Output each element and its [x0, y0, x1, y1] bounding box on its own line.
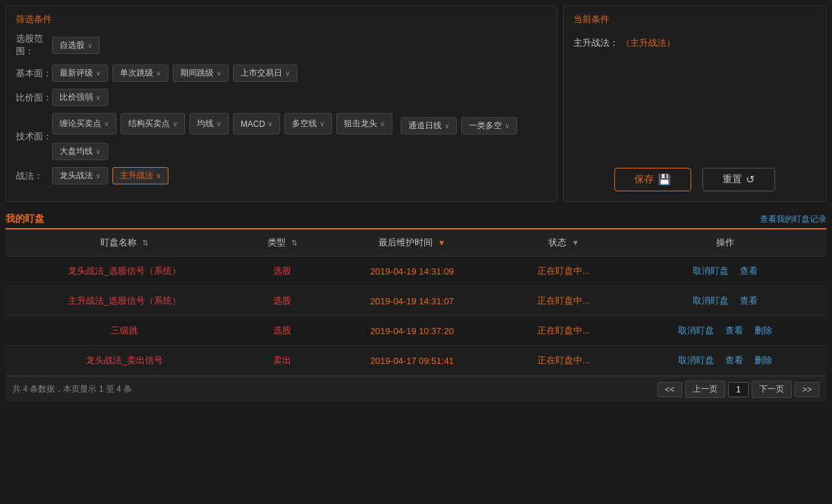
cell-dingpan-name: 龙头战法_卖出信号 [6, 346, 243, 376]
reset-button[interactable]: 重置 ↺ [702, 168, 775, 191]
th-name-label: 盯盘名称 [101, 237, 137, 247]
table-body: 龙头战法_选股信号（系统）选股2019-04-19 14:31:09正在盯盘中.… [6, 257, 826, 376]
tag-price-strength[interactable]: 比价强弱 ∨ [52, 89, 108, 106]
tag-structure-buysell[interactable]: 结构买卖点 ∨ [121, 113, 185, 134]
action-link[interactable]: 查看 [725, 324, 743, 337]
th-time-label: 最后维护时间 [379, 237, 433, 247]
action-link[interactable]: 查看 [725, 354, 743, 367]
tag-listing-day[interactable]: 上市交易日 ∨ [233, 64, 297, 82]
tag-ma[interactable]: 均线 ∨ [189, 113, 229, 134]
action-link[interactable]: 查看 [740, 265, 758, 277]
cell-dingpan-name: 三级跳 [6, 316, 243, 346]
filter-row-technical: 技术面： 缠论买卖点 ∨ 结构买卖点 ∨ 均线 ∨ MACD ∨ 多空线 ∨ 狙… [16, 113, 547, 160]
filter-panel-title: 筛选条件 [16, 13, 547, 26]
cell-dingpan-status: 正在盯盘中... [503, 316, 625, 346]
dingpan-header: 我的盯盘 查看我的盯盘记录 [6, 207, 826, 229]
dingpan-table: 盯盘名称 ⇅ 类型 ⇅ 最后维护时间 ▼ 状态 ▼ 操作 [6, 229, 826, 376]
filter-label-price-compare: 比价面： [16, 92, 52, 104]
condition-item: 主升战法： （主升战法） [573, 37, 816, 49]
tag-single-jump[interactable]: 单次跳级 ∨ [112, 64, 168, 82]
tag-dragon-strategy[interactable]: 龙头战法 ∨ [52, 167, 108, 184]
cell-dingpan-status: 正在盯盘中... [503, 346, 625, 376]
cell-dingpan-status: 正在盯盘中... [503, 286, 625, 316]
page-first-button[interactable]: << [657, 382, 682, 397]
th-name[interactable]: 盯盘名称 ⇅ [6, 229, 243, 257]
cell-dingpan-actions: 取消盯盘查看删除 [625, 346, 826, 376]
conditions-content: 主升战法： （主升战法） [573, 33, 816, 154]
tag-zigu[interactable]: 自选股 ∨ [52, 37, 100, 54]
cell-dingpan-type: 选股 [243, 257, 321, 286]
page-last-button[interactable]: >> [795, 382, 820, 397]
table-row: 主升战法_选股信号（系统）选股2019-04-19 14:31:07正在盯盘中.… [6, 286, 826, 316]
filter-tags-technical: 缠论买卖点 ∨ 结构买卖点 ∨ 均线 ∨ MACD ∨ 多空线 ∨ 狙击龙头 ∨… [52, 113, 547, 160]
tag-first-class[interactable]: 一类多空 ∨ [461, 117, 517, 134]
filter-label-strategy: 战法： [16, 170, 52, 182]
cell-dingpan-name: 主升战法_选股信号（系统） [6, 286, 243, 316]
reset-label: 重置 [722, 173, 742, 186]
th-type[interactable]: 类型 ⇅ [243, 229, 321, 257]
cell-dingpan-time: 2019-04-17 09:51:41 [321, 346, 503, 376]
cell-dingpan-type: 选股 [243, 316, 321, 346]
tag-period-jump[interactable]: 期间跳级 ∨ [173, 64, 229, 82]
th-status-label: 状态 [548, 237, 566, 247]
cell-dingpan-status: 正在盯盘中... [503, 257, 625, 286]
filter-tags-strategy: 龙头战法 ∨ 主升战法 ∨ [52, 167, 168, 184]
cell-dingpan-type: 卖出 [243, 346, 321, 376]
tag-market-ma[interactable]: 大盘均线 ∨ [52, 143, 108, 160]
conditions-buttons: 保存 💾 重置 ↺ [573, 168, 816, 191]
action-link[interactable]: 查看 [740, 295, 758, 307]
save-icon: 💾 [658, 173, 671, 186]
filter-label-technical: 技术面： [16, 130, 52, 143]
filter-row-strategy: 战法： 龙头战法 ∨ 主升战法 ∨ [16, 167, 547, 184]
tag-bull-bear[interactable]: 多空线 ∨ [284, 113, 332, 134]
th-type-label: 类型 [268, 237, 286, 247]
action-link[interactable]: 取消盯盘 [678, 354, 714, 367]
cell-dingpan-time: 2019-04-19 10:37:20 [321, 316, 503, 346]
th-name-sort-icon: ⇅ [142, 238, 148, 247]
page-current-number: 1 [728, 382, 749, 397]
dingpan-history-link[interactable]: 查看我的盯盘记录 [760, 214, 826, 225]
action-link[interactable]: 取消盯盘 [693, 295, 729, 307]
th-status[interactable]: 状态 ▼ [503, 229, 625, 257]
action-link[interactable]: 删除 [754, 324, 772, 337]
th-action: 操作 [625, 229, 826, 257]
page-next-button[interactable]: 下一页 [752, 381, 792, 398]
th-status-sort-icon: ▼ [571, 238, 579, 247]
conditions-panel: 当前条件 主升战法： （主升战法） 保存 💾 重置 ↺ [563, 6, 826, 202]
dingpan-section: 我的盯盘 查看我的盯盘记录 盯盘名称 ⇅ 类型 ⇅ 最后维护时间 ▼ 状态 [0, 207, 832, 408]
table-row: 龙头战法_选股信号（系统）选股2019-04-19 14:31:09正在盯盘中.… [6, 257, 826, 286]
filter-tags-scope: 自选股 ∨ [52, 37, 100, 54]
filter-label-fundamental: 基本面： [16, 67, 52, 80]
save-label: 保存 [634, 173, 654, 186]
table-row: 三级跳选股2019-04-19 10:37:20正在盯盘中...取消盯盘查看删除 [6, 316, 826, 346]
cell-dingpan-actions: 取消盯盘查看 [625, 286, 826, 316]
filter-row-price-compare: 比价面： 比价强弱 ∨ [16, 89, 547, 106]
save-button[interactable]: 保存 💾 [614, 168, 691, 191]
cell-dingpan-name: 龙头战法_选股信号（系统） [6, 257, 243, 286]
tag-snipe-dragon[interactable]: 狙击龙头 ∨ [336, 113, 392, 134]
action-link[interactable]: 取消盯盘 [693, 265, 729, 277]
tag-newest-rating[interactable]: 最新评级 ∨ [52, 64, 108, 82]
pagination-bar: 共 4 条数据，本页显示 1 至 4 条 << 上一页 1 下一页 >> [6, 376, 826, 402]
th-type-sort-icon: ⇅ [291, 238, 297, 247]
filter-tags-fundamental: 最新评级 ∨ 单次跳级 ∨ 期间跳级 ∨ 上市交易日 ∨ [52, 64, 297, 82]
tag-macd[interactable]: MACD ∨ [233, 113, 280, 134]
filter-panel: 筛选条件 选股范围： 自选股 ∨ 基本面： 最新评级 ∨ 单次跳级 ∨ 期间跳级… [6, 6, 557, 202]
tag-channel-daily[interactable]: 通道日线 ∨ [401, 117, 457, 134]
th-action-label: 操作 [716, 237, 734, 247]
table-row: 龙头战法_卖出信号卖出2019-04-17 09:51:41正在盯盘中...取消… [6, 346, 826, 376]
page-prev-button[interactable]: 上一页 [685, 381, 725, 398]
reset-icon: ↺ [746, 173, 755, 186]
th-time[interactable]: 最后维护时间 ▼ [321, 229, 503, 257]
filter-row-fundamental: 基本面： 最新评级 ∨ 单次跳级 ∨ 期间跳级 ∨ 上市交易日 ∨ [16, 64, 547, 82]
cell-dingpan-actions: 取消盯盘查看 [625, 257, 826, 286]
action-link[interactable]: 删除 [754, 354, 772, 367]
tag-chan-buysell[interactable]: 缠论买卖点 ∨ [52, 113, 116, 134]
cell-dingpan-actions: 取消盯盘查看删除 [625, 316, 826, 346]
cell-dingpan-time: 2019-04-19 14:31:09 [321, 257, 503, 286]
th-time-sort-icon: ▼ [438, 238, 446, 247]
filter-tags-price-compare: 比价强弱 ∨ [52, 89, 108, 106]
tag-rise-strategy[interactable]: 主升战法 ∨ [112, 167, 168, 184]
condition-label: 主升战法： [573, 37, 618, 48]
action-link[interactable]: 取消盯盘 [678, 324, 714, 337]
